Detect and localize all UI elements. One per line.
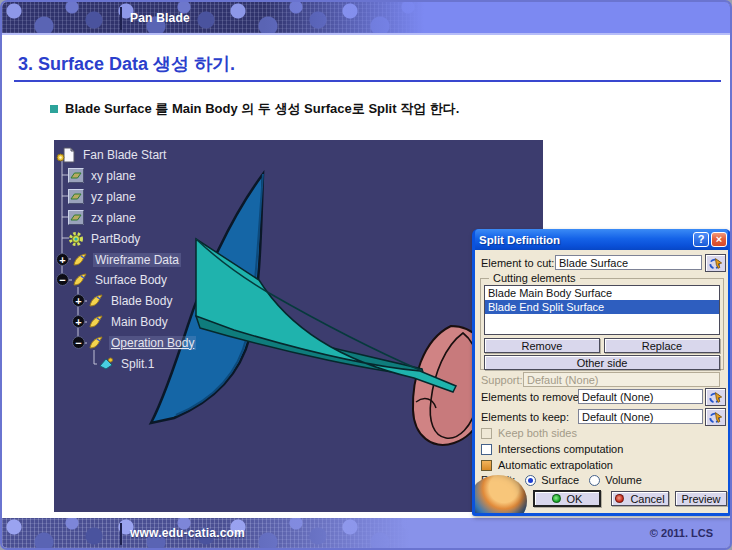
list-item[interactable]: Blade Main Body Surface xyxy=(485,286,719,300)
other-side-button[interactable]: Other side xyxy=(484,355,720,370)
dialog-titlebar[interactable]: Split Definition ? × xyxy=(475,229,728,250)
support-label: Support: xyxy=(481,374,523,386)
elements-to-remove-field[interactable]: Default (None) xyxy=(578,389,703,404)
plane-icon xyxy=(68,210,84,225)
cancel-red-dot-icon xyxy=(615,494,624,503)
footer-copyright: © 2011. LCS xyxy=(650,527,713,539)
radio-label: Surface xyxy=(541,474,579,486)
tree-item-surface-body[interactable]: − Surface Body xyxy=(56,270,169,289)
checkbox-checked[interactable] xyxy=(481,460,492,471)
tree-item-label: Wireframe Data xyxy=(93,253,181,267)
footer-site[interactable]: www.edu-catia.com xyxy=(130,526,245,540)
element-to-cut-label: Element to cut: xyxy=(481,257,554,269)
element-to-cut-selector-button[interactable] xyxy=(705,254,726,272)
expand-plus-icon[interactable]: + xyxy=(56,253,69,266)
tree-item-xy-plane[interactable]: xy plane xyxy=(68,166,138,185)
element-to-cut-field[interactable]: Blade Surface xyxy=(555,255,702,270)
bullet-row: Blade Surface 를 Main Body 의 두 생성 Surface… xyxy=(50,100,459,118)
preview-button-label: Preview xyxy=(681,493,720,505)
tree-item-split-1[interactable]: Split.1 xyxy=(98,354,156,373)
collapse-minus-icon[interactable]: − xyxy=(72,336,85,349)
tree-item-label: Fan Blade Start xyxy=(81,148,168,162)
window-title: Pan Blade xyxy=(130,11,190,25)
tree-item-yz-plane[interactable]: yz plane xyxy=(68,187,138,206)
checkbox-unchecked[interactable] xyxy=(481,444,492,455)
tree-item-label: xy plane xyxy=(89,169,138,183)
plane-icon xyxy=(68,189,84,204)
intersections-computation-option[interactable]: Intersections computation xyxy=(481,443,623,455)
tree-item-label: Blade Body xyxy=(109,294,174,308)
body-icon xyxy=(88,314,104,330)
tree-item-label: PartBody xyxy=(89,232,142,246)
elements-to-keep-field[interactable]: Default (None) xyxy=(578,409,703,424)
checkbox-label: Keep both sides xyxy=(498,427,577,439)
catia-viewport[interactable]: Fan Blade Start xy plane yz plane xyxy=(54,140,543,512)
support-field: Default (None) xyxy=(523,372,720,387)
tree-item-label: Split.1 xyxy=(119,357,156,371)
checkbox-label: Automatic extrapolation xyxy=(498,459,613,471)
radio-volume[interactable] xyxy=(589,475,600,486)
checkbox-disabled xyxy=(481,428,492,439)
close-button[interactable]: × xyxy=(711,232,727,247)
tree-item-partbody[interactable]: PartBody xyxy=(68,229,142,248)
bullet-square-icon xyxy=(50,105,58,113)
elements-to-remove-label: Elements to remove: xyxy=(481,391,582,403)
cutting-elements-list[interactable]: Blade Main Body Surface Blade End Split … xyxy=(484,285,720,335)
automatic-extrapolation-option[interactable]: Automatic extrapolation xyxy=(481,459,613,471)
tree-item-zx-plane[interactable]: zx plane xyxy=(68,208,138,227)
body-icon xyxy=(88,293,104,309)
tree-item-blade-body[interactable]: + Blade Body xyxy=(72,291,174,310)
tree-item-label: yz plane xyxy=(89,190,138,204)
radio-label: Volume xyxy=(605,474,642,486)
dialog-body: Element to cut: Blade Surface Cutting el… xyxy=(475,250,728,513)
multi-selection-icon xyxy=(708,256,723,270)
expand-plus-icon[interactable]: + xyxy=(72,315,85,328)
checkbox-label: Intersections computation xyxy=(498,443,623,455)
elements-to-keep-selector-button[interactable] xyxy=(705,408,726,426)
body-icon xyxy=(72,252,88,268)
footer-divider xyxy=(120,523,122,545)
split-definition-dialog: Split Definition ? × Element to cut: Bla… xyxy=(472,229,731,516)
page-title: 3. Surface Data 생성 하기. xyxy=(18,52,235,76)
cutting-elements-label: Cutting elements xyxy=(489,272,580,284)
plane-icon xyxy=(68,168,84,183)
footer-band: www.edu-catia.com © 2011. LCS xyxy=(2,516,730,548)
preview-button[interactable]: Preview xyxy=(675,491,727,506)
expand-plus-icon[interactable]: + xyxy=(72,294,85,307)
tree-item-main-body[interactable]: + Main Body xyxy=(72,312,170,331)
cancel-button-label: Cancel xyxy=(630,493,664,505)
help-button[interactable]: ? xyxy=(693,232,709,247)
radio-surface-selected[interactable] xyxy=(525,475,536,486)
dialog-title: Split Definition xyxy=(479,234,691,246)
cancel-button[interactable]: Cancel xyxy=(611,491,669,506)
collapse-minus-icon[interactable]: − xyxy=(56,273,69,286)
tree-item-label: Main Body xyxy=(109,315,170,329)
multi-selection-icon xyxy=(708,390,723,404)
remove-button[interactable]: Remove xyxy=(484,338,600,353)
part-document-icon xyxy=(56,147,76,163)
elements-to-remove-selector-button[interactable] xyxy=(705,388,726,406)
body-icon xyxy=(88,335,104,351)
ok-button[interactable]: OK xyxy=(533,490,601,507)
title-underline xyxy=(14,80,721,82)
tree-item-label: Operation Body xyxy=(109,336,196,350)
tree-item-label: zx plane xyxy=(89,211,138,225)
bullet-text: Blade Surface 를 Main Body 의 두 생성 Surface… xyxy=(65,100,459,118)
elements-to-keep-label: Elements to keep: xyxy=(481,411,569,423)
body-icon xyxy=(72,272,88,288)
header-band: Pan Blade xyxy=(2,2,730,35)
tree-item-operation-body[interactable]: − Operation Body xyxy=(72,333,196,352)
list-item-selected[interactable]: Blade End Split Surface xyxy=(485,300,719,314)
tree-item-wireframe-data[interactable]: + Wireframe Data xyxy=(56,250,181,269)
tree-item-label: Surface Body xyxy=(93,273,169,287)
split-feature-icon xyxy=(98,356,114,372)
multi-selection-icon xyxy=(708,410,723,424)
replace-button[interactable]: Replace xyxy=(604,338,720,353)
partbody-gear-icon xyxy=(68,231,84,247)
header-divider xyxy=(120,7,122,30)
ok-green-dot-icon xyxy=(552,494,561,503)
ok-button-label: OK xyxy=(567,493,583,505)
slide: Pan Blade 3. Surface Data 생성 하기. Blade S… xyxy=(0,0,732,550)
tree-item-fan-blade-start[interactable]: Fan Blade Start xyxy=(56,145,168,164)
keep-both-sides-option: Keep both sides xyxy=(481,427,577,439)
